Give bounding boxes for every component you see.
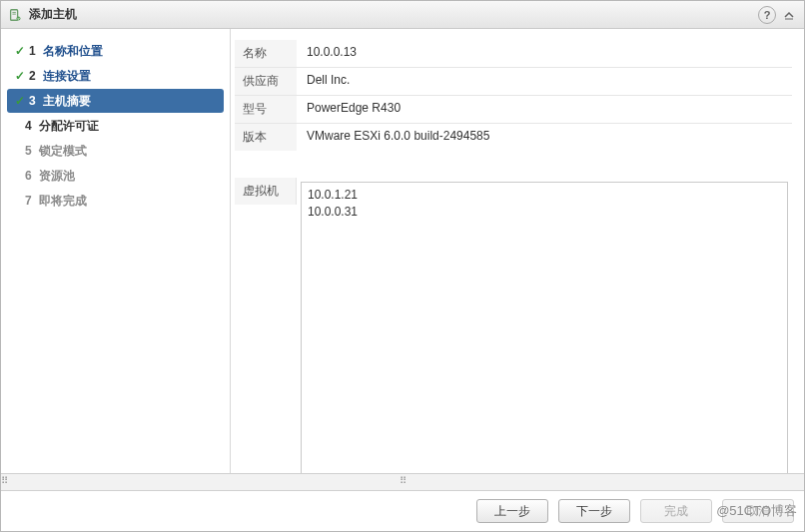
add-host-dialog: 添加主机 ? ✓ 1 名称和位置 ✓ 2 连接设置 ✓ 3 主机摘要 bbox=[0, 0, 805, 532]
step-resource-pool: 6 资源池 bbox=[7, 164, 224, 188]
label-vms: 虚拟机 bbox=[235, 178, 297, 205]
label-version: 版本 bbox=[235, 124, 297, 151]
help-icon[interactable]: ? bbox=[758, 6, 776, 24]
check-icon: ✓ bbox=[11, 69, 29, 83]
collapse-icon[interactable] bbox=[780, 6, 798, 24]
step-label: 即将完成 bbox=[39, 193, 87, 210]
check-icon: ✓ bbox=[11, 94, 29, 108]
step-ready-to-complete: 7 即将完成 bbox=[7, 189, 224, 213]
value-vendor: Dell Inc. bbox=[297, 68, 792, 95]
host-icon bbox=[7, 7, 23, 23]
vm-item: 10.0.1.21 bbox=[308, 187, 781, 204]
row-model: 型号 PowerEdge R430 bbox=[235, 95, 792, 123]
step-name-location[interactable]: ✓ 1 名称和位置 bbox=[7, 39, 224, 63]
label-vendor: 供应商 bbox=[235, 68, 297, 95]
step-label: 资源池 bbox=[39, 168, 75, 185]
wizard-steps: ✓ 1 名称和位置 ✓ 2 连接设置 ✓ 3 主机摘要 4 分配许可证 5 锁定… bbox=[1, 29, 231, 473]
vm-list-box[interactable]: 10.0.1.21 10.0.0.31 bbox=[301, 182, 788, 473]
footer-buttons: 上一步 下一步 完成 取消 bbox=[1, 491, 804, 531]
row-vendor: 供应商 Dell Inc. bbox=[235, 67, 792, 95]
check-icon: ✓ bbox=[11, 44, 29, 58]
step-number: 3 bbox=[29, 94, 43, 108]
step-number: 1 bbox=[29, 44, 43, 58]
label-name: 名称 bbox=[235, 40, 297, 67]
step-label: 锁定模式 bbox=[39, 143, 87, 160]
content-panel: 名称 10.0.0.13 供应商 Dell Inc. 型号 PowerEdge … bbox=[231, 29, 804, 473]
step-number: 2 bbox=[29, 69, 43, 83]
value-version: VMware ESXi 6.0.0 build-2494585 bbox=[297, 124, 792, 151]
finish-button: 完成 bbox=[640, 499, 712, 523]
titlebar: 添加主机 ? bbox=[1, 1, 804, 29]
step-connection-settings[interactable]: ✓ 2 连接设置 bbox=[7, 64, 224, 88]
next-button[interactable]: 下一步 bbox=[558, 499, 630, 523]
svg-point-3 bbox=[16, 16, 20, 20]
label-model: 型号 bbox=[235, 96, 297, 123]
horizontal-scrollbar[interactable] bbox=[1, 473, 804, 491]
step-lockdown-mode: 5 锁定模式 bbox=[7, 139, 224, 163]
step-number: 4 bbox=[25, 119, 39, 133]
dialog-body: ✓ 1 名称和位置 ✓ 2 连接设置 ✓ 3 主机摘要 4 分配许可证 5 锁定… bbox=[1, 29, 804, 473]
row-version: 版本 VMware ESXi 6.0.0 build-2494585 bbox=[235, 123, 792, 151]
step-label: 名称和位置 bbox=[43, 43, 103, 60]
row-vms: 虚拟机 10.0.1.21 10.0.0.31 bbox=[235, 177, 792, 473]
step-number: 5 bbox=[25, 144, 39, 158]
step-label: 主机摘要 bbox=[43, 93, 91, 110]
step-label: 连接设置 bbox=[43, 68, 91, 85]
step-label: 分配许可证 bbox=[39, 118, 99, 135]
step-number: 7 bbox=[25, 194, 39, 208]
value-model: PowerEdge R430 bbox=[297, 96, 792, 123]
step-host-summary[interactable]: ✓ 3 主机摘要 bbox=[7, 89, 224, 113]
value-name: 10.0.0.13 bbox=[297, 40, 792, 67]
vm-item: 10.0.0.31 bbox=[308, 204, 781, 221]
back-button[interactable]: 上一步 bbox=[476, 499, 548, 523]
step-assign-license[interactable]: 4 分配许可证 bbox=[7, 114, 224, 138]
row-name: 名称 10.0.0.13 bbox=[235, 39, 792, 67]
step-number: 6 bbox=[25, 169, 39, 183]
summary-form: 名称 10.0.0.13 供应商 Dell Inc. 型号 PowerEdge … bbox=[231, 29, 804, 473]
cancel-button[interactable]: 取消 bbox=[722, 499, 794, 523]
dialog-title: 添加主机 bbox=[29, 6, 77, 23]
